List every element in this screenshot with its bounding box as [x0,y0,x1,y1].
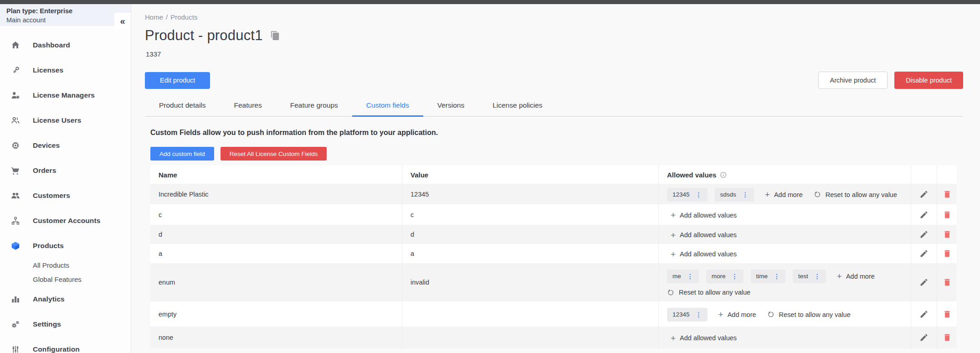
edit-icon[interactable] [919,278,929,287]
cell-name: c [150,204,402,225]
cell-value [402,327,659,348]
tab-versions[interactable]: Versions [423,101,478,116]
info-icon[interactable] [720,171,727,178]
add-more-button[interactable]: +Add more [718,310,756,319]
sidebar-subitem-global-features[interactable]: Global Features [0,272,131,286]
cell-value: invalid [402,263,659,301]
sidebar-item-license-users[interactable]: License Users [0,108,131,133]
edit-icon[interactable] [919,210,929,219]
sidebar-header: Plan type: Enterprise Main account « [0,4,131,26]
plus-icon: + [671,334,676,343]
cell-value: a [402,244,659,263]
custom-fields-description: Custom Fields allow you to push informat… [150,129,963,137]
delete-icon[interactable] [943,333,952,342]
table-row: enum invalid me⋮ more⋮ time⋮ test⋮ +Add … [150,263,957,301]
tab-license-policies[interactable]: License policies [478,101,556,116]
delete-icon[interactable] [943,190,952,199]
sidebar-item-label: Customers [33,192,70,200]
add-custom-field-button[interactable]: Add custom field [150,147,214,161]
breadcrumb-current: Products [170,13,197,21]
delete-icon[interactable] [943,210,952,219]
table-header-row: Name Value Allowed values [150,166,957,184]
sidebar-item-licenses[interactable]: Licenses [0,57,131,83]
sidebar: Plan type: Enterprise Main account « Das… [0,4,131,353]
archive-product-button[interactable]: Archive product [818,72,888,89]
chip-menu-icon[interactable]: ⋮ [814,273,821,280]
sidebar-item-devices[interactable]: Devices [0,133,131,158]
reset-allow-any-button[interactable]: Reset to allow any value [667,289,750,296]
reset-all-custom-fields-button[interactable]: Reset All License Custom Fields [221,147,327,161]
allowed-value-chip[interactable]: 12345⋮ [667,308,708,322]
copy-icon[interactable] [270,31,280,41]
sidebar-item-customer-accounts[interactable]: Customer Accounts [0,208,131,233]
cell-value: 12345 [402,184,659,204]
cell-name: none [150,327,402,348]
table-row: Incredible Plastic 12345 12345⋮ sdsds⋮ +… [150,184,957,204]
sidebar-item-analytics[interactable]: Analytics [0,286,131,311]
edit-icon[interactable] [919,249,929,258]
chip-menu-icon[interactable]: ⋮ [742,191,749,198]
sidebar-item-orders[interactable]: Orders [0,158,131,183]
sliders-icon [10,344,21,353]
reset-allow-any-button[interactable]: Reset to allow any value [814,191,897,198]
edit-icon[interactable] [919,333,929,342]
add-allowed-values-button[interactable]: +Add allowed values [671,231,737,239]
reset-allow-any-button[interactable]: Reset to allow any value [767,311,851,318]
cell-name: empty [150,301,402,327]
column-header-allowed-values: Allowed values [659,166,911,184]
delete-icon[interactable] [943,278,952,287]
collapse-icon: « [120,16,125,26]
product-id: 1337 [145,50,963,58]
gears-icon [10,319,21,330]
chip-menu-icon[interactable]: ⋮ [696,191,702,198]
add-allowed-values-button[interactable]: +Add allowed values [671,334,737,343]
allowed-value-chip[interactable]: test⋮ [793,270,826,283]
delete-icon[interactable] [943,230,952,239]
sidebar-item-label: License Users [33,116,81,125]
sidebar-item-settings[interactable]: Settings [0,311,131,337]
table-row: a a +Add allowed values [150,244,957,263]
delete-icon[interactable] [943,310,952,319]
cart-icon [10,165,21,176]
tab-feature-groups[interactable]: Feature groups [276,101,352,116]
main-content: Home / Products Product - product1 1337 … [131,4,980,353]
allowed-value-chip[interactable]: sdsds⋮ [715,188,754,202]
delete-icon[interactable] [943,249,952,258]
chip-menu-icon[interactable]: ⋮ [732,273,738,280]
tab-features[interactable]: Features [220,101,276,116]
plus-icon: + [671,231,676,239]
breadcrumb-home-link[interactable]: Home [145,13,163,21]
sidebar-item-label: Settings [33,320,61,328]
add-more-button[interactable]: +Add more [765,190,803,199]
chip-menu-icon[interactable]: ⋮ [687,273,693,280]
allowed-value-chip[interactable]: me⋮ [667,270,699,283]
add-allowed-values-button[interactable]: +Add allowed values [671,250,737,259]
allowed-value-chip[interactable]: 12345⋮ [667,188,708,202]
disable-product-button[interactable]: Disable product [894,72,963,89]
edit-icon[interactable] [919,190,929,199]
allowed-value-chip[interactable]: more⋮ [706,270,744,283]
edit-product-button[interactable]: Edit product [145,72,210,89]
table-row: empty 12345⋮ +Add more Reset to allow an… [150,301,957,327]
allowed-value-chip[interactable]: time⋮ [751,270,786,283]
sidebar-subitem-all-products[interactable]: All Products [0,258,131,272]
add-more-button[interactable]: +Add more [837,272,875,280]
add-allowed-values-button[interactable]: +Add allowed values [671,211,737,219]
tab-custom-fields[interactable]: Custom fields [352,101,423,117]
sidebar-item-configuration[interactable]: Configuration [0,337,131,353]
edit-icon[interactable] [919,310,929,319]
edit-icon[interactable] [919,230,929,239]
tab-product-details[interactable]: Product details [145,101,220,116]
sidebar-item-dashboard[interactable]: Dashboard [0,32,131,57]
sidebar-item-products[interactable]: Products [0,233,131,258]
chip-menu-icon[interactable]: ⋮ [696,311,702,318]
cell-name: Incredible Plastic [150,184,402,204]
column-header-value: Value [402,166,659,184]
sidebar-collapse-button[interactable]: « [114,13,131,29]
sidebar-item-label: Configuration [33,345,80,353]
sidebar-item-customers[interactable]: Customers [0,183,131,208]
sidebar-item-label: Dashboard [33,41,70,49]
sidebar-item-license-managers[interactable]: License Managers [0,83,131,108]
chip-menu-icon[interactable]: ⋮ [774,273,780,280]
hierarchy-icon [10,215,21,226]
